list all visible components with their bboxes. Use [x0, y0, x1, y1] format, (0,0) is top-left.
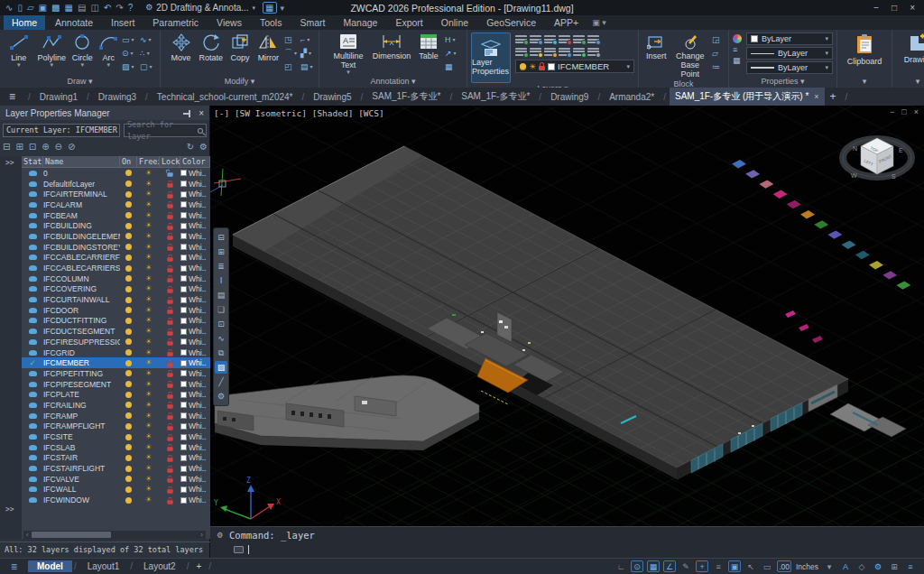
layer-lock-icon[interactable]: [160, 317, 180, 325]
lineweight-icon[interactable]: ≡: [712, 560, 725, 572]
layer-lock-icon[interactable]: [160, 401, 180, 409]
layer-lock-icon[interactable]: [160, 496, 180, 505]
fillet-tool-icon[interactable]: ⌒▾: [284, 46, 299, 60]
layer-color-cell[interactable]: Whi..: [180, 295, 210, 304]
layer-row[interactable]: IFCAIRTERMINAL☀Whi..: [22, 189, 210, 199]
layer-on-icon[interactable]: [120, 370, 137, 376]
layer-freeze-icon[interactable]: ☀: [137, 349, 160, 356]
line-tool-icon[interactable]: ╱: [215, 375, 227, 388]
dynamic-input-icon[interactable]: ▣: [728, 560, 741, 572]
spline-tool-icon[interactable]: ∿▾: [140, 32, 156, 46]
minimize-button[interactable]: −: [873, 3, 879, 13]
layer-tool-icon[interactable]: [544, 35, 556, 43]
tab-manage[interactable]: Manage: [335, 15, 385, 30]
layer-on-icon[interactable]: [120, 181, 137, 187]
trim-tool-icon[interactable]: ⌐▾: [300, 32, 315, 46]
tab-tools[interactable]: Tools: [252, 15, 291, 30]
layer-lock-icon[interactable]: [160, 232, 180, 240]
layer-on-icon[interactable]: [120, 349, 137, 356]
object-snap-icon[interactable]: +: [696, 560, 708, 572]
layer-color-cell[interactable]: Whi..: [180, 180, 210, 189]
zwcad-logo-icon[interactable]: ∿: [5, 3, 13, 13]
layer-edit-icon[interactable]: ⊞: [215, 245, 227, 258]
close-icon[interactable]: ×: [814, 92, 818, 101]
layer-lock-icon[interactable]: [160, 222, 180, 230]
layer-dropdown[interactable]: ☀ IFCMEMBER ▾: [515, 60, 634, 73]
layer-freeze-icon[interactable]: ☀: [137, 476, 160, 483]
attribute-icon[interactable]: ≔: [712, 60, 725, 73]
new-document-icon[interactable]: ▯: [17, 3, 23, 13]
layer-lock-icon[interactable]: [160, 391, 180, 399]
layer-color-cell[interactable]: Whi..: [180, 338, 210, 347]
layer-on-icon[interactable]: [120, 434, 137, 440]
layer-lock-icon[interactable]: [160, 243, 180, 251]
explode-tool-icon[interactable]: ▤▾: [300, 60, 315, 73]
layer-lock-icon[interactable]: [160, 348, 180, 356]
layer-lock-icon[interactable]: [160, 433, 180, 441]
layer-on-icon[interactable]: [120, 201, 137, 208]
layer-quick-icon[interactable]: ⊟: [215, 231, 227, 244]
layer-color-cell[interactable]: Whi..: [180, 264, 210, 273]
layer-color-cell[interactable]: Whi..: [180, 432, 210, 441]
array-tool-icon[interactable]: ▞▾: [300, 46, 315, 60]
layer-freeze-icon[interactable]: ☀: [137, 275, 160, 282]
insert-tool-icon[interactable]: ⊡: [215, 318, 227, 330]
refresh-icon[interactable]: ↻: [187, 142, 194, 153]
layer-lock-icon[interactable]: [160, 211, 180, 219]
layer-freeze-icon[interactable]: ☀: [137, 317, 160, 324]
layer-tool-icon[interactable]: [544, 48, 556, 56]
layer-color-cell[interactable]: Whi..: [180, 380, 210, 389]
document-tab[interactable]: Drawing3: [93, 90, 142, 104]
layer-freeze-icon[interactable]: ☀: [137, 496, 160, 504]
layer-on-icon[interactable]: [120, 223, 137, 229]
open-folder-icon[interactable]: ▱: [27, 3, 34, 13]
tab-parametric[interactable]: Parametric: [144, 15, 207, 30]
compare-tool-icon[interactable]: ⧉: [215, 347, 227, 359]
layer-row[interactable]: IFCSLAB☀Whi..: [22, 442, 210, 453]
polyline-tool-icon[interactable]: ∿: [215, 332, 227, 345]
layer-row[interactable]: ✓IFCMEMBER☀Whi..: [22, 357, 210, 368]
layer-table-header[interactable]: Statu Name On Freeze Lock Color: [22, 156, 210, 168]
layer-row[interactable]: IFCDUCTFITTING☀Whi..: [22, 316, 210, 327]
tab-home[interactable]: Home: [4, 15, 45, 30]
lineweight-list-icon[interactable]: ▦: [733, 57, 742, 65]
save-icon[interactable]: ▣: [39, 3, 47, 13]
layer-lock-icon[interactable]: [160, 412, 180, 420]
move-button[interactable]: Move: [168, 32, 194, 62]
status-menu-icon[interactable]: ≡: [904, 560, 917, 572]
undo-icon[interactable]: ↶: [104, 3, 111, 13]
layer-freeze-icon[interactable]: ☀: [137, 170, 160, 177]
layer-on-icon[interactable]: [120, 265, 137, 272]
layer-on-icon[interactable]: [120, 466, 137, 472]
hatch-tool-icon[interactable]: ▨▾: [122, 60, 138, 73]
layer-freeze-icon[interactable]: ☀: [137, 285, 160, 292]
linear-dimension-icon[interactable]: H▾: [445, 32, 463, 46]
tab-insert[interactable]: Insert: [103, 15, 143, 30]
fullscreen-icon[interactable]: ⊞: [888, 560, 901, 572]
print-icon[interactable]: ▤: [78, 3, 86, 13]
layer-row[interactable]: IFCPIPESEGMENT☀Whi..: [22, 379, 210, 390]
rotate-button[interactable]: Rotate: [197, 32, 225, 62]
layer-freeze-icon[interactable]: ☀: [137, 212, 160, 219]
layer-color-cell[interactable]: Whi..: [180, 390, 210, 399]
layer-lock-icon[interactable]: [160, 306, 180, 314]
redo-icon[interactable]: ↷: [116, 3, 123, 13]
layer-lock-icon[interactable]: [160, 254, 180, 262]
layer-lock-icon[interactable]: [160, 338, 180, 346]
drawing-canvas[interactable]: [-] [SW Isometric] [Shaded] [WCS] − □ × …: [210, 106, 924, 526]
layer-on-icon[interactable]: [120, 191, 137, 198]
layer-freeze-icon[interactable]: ☀: [137, 370, 160, 377]
layer-freeze-icon[interactable]: ☀: [137, 422, 160, 430]
close-button[interactable]: ×: [910, 3, 915, 13]
maximize-button[interactable]: □: [892, 3, 897, 13]
tab-annotate[interactable]: Annotate: [47, 15, 101, 30]
layer-row[interactable]: IFCGRID☀Whi..: [22, 347, 210, 358]
block-tool-icon[interactable]: ▤: [215, 289, 227, 301]
layer-color-cell[interactable]: Whi..: [180, 190, 210, 199]
selection-cycling-icon[interactable]: ↖: [744, 560, 757, 572]
layer-color-cell[interactable]: Whi..: [180, 253, 210, 262]
change-base-point-button[interactable]: Change Base Point: [671, 32, 709, 79]
layer-color-cell[interactable]: Whi..: [180, 232, 210, 241]
scroll-right-icon[interactable]: ›: [198, 531, 206, 539]
measure-tool-icon[interactable]: ▨: [215, 361, 227, 374]
